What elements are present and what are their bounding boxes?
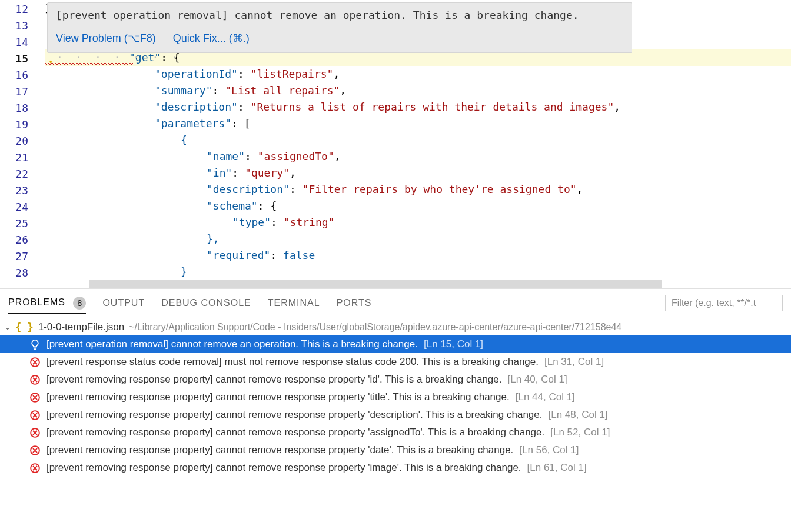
code-line[interactable]: "name": "assignedTo", (45, 148, 791, 165)
line-number: 16 (0, 67, 28, 84)
problem-message: [prevent removing response property] can… (46, 444, 513, 456)
code-line[interactable]: "summary": "List all repairs", (45, 82, 791, 99)
problems-file-row[interactable]: ⌄ { } 1-0-0-tempFile.json ~/Library/Appl… (0, 319, 791, 335)
code-line[interactable]: "required": false (45, 247, 791, 264)
problem-location: [Ln 31, Col 1] (544, 356, 604, 368)
lightbulb-icon (29, 339, 41, 350)
tab-output[interactable]: OUTPUT (102, 298, 145, 308)
problem-hover-message: [prevent operation removal] cannot remov… (56, 6, 623, 24)
code-line[interactable]: "in": "query", (45, 165, 791, 181)
code-line[interactable]: "type": "string" (45, 214, 791, 231)
error-squiggle (45, 63, 133, 65)
problem-message: [prevent removing response property] can… (46, 462, 521, 474)
editor-area: 1213141516171819202122232425262728 }✦"ge… (0, 0, 791, 288)
problem-message: [prevent removing response property] can… (46, 427, 544, 438)
error-icon (29, 445, 41, 456)
code-line[interactable]: }, (45, 231, 791, 247)
code-line[interactable]: "parameters": [ (45, 115, 791, 132)
problems-count-badge: 8 (73, 297, 86, 310)
error-icon (29, 463, 41, 474)
code-line[interactable]: } (45, 264, 791, 280)
error-icon (29, 374, 41, 385)
code-line[interactable]: "schema": { (45, 198, 791, 214)
bottom-panel: PROBLEMS 8 OUTPUT DEBUG CONSOLE TERMINAL… (0, 288, 791, 532)
json-file-icon: { } (15, 321, 34, 333)
line-number: 20 (0, 133, 28, 149)
code-line[interactable]: "operationId": "listRepairs", (45, 66, 791, 82)
problems-filter-input[interactable]: Filter (e.g. text, **/*.t (665, 295, 783, 311)
line-number: 13 (0, 18, 28, 34)
problem-row[interactable]: [prevent removing response property] can… (0, 424, 791, 441)
problem-location: [Ln 52, Col 1] (550, 427, 610, 438)
problem-row[interactable]: [prevent removing response property] can… (0, 371, 791, 388)
chevron-down-icon: ⌄ (5, 323, 11, 331)
problem-location: [Ln 40, Col 1] (507, 374, 567, 385)
problem-row[interactable]: [prevent operation removal] cannot remov… (0, 335, 791, 353)
problem-hover-popup: [prevent operation removal] cannot remov… (47, 2, 632, 53)
tab-problems-label: PROBLEMS (8, 297, 65, 307)
line-number: 15 (0, 51, 28, 67)
tab-problems[interactable]: PROBLEMS 8 (8, 297, 86, 314)
problem-message: [prevent response status code removal] m… (46, 356, 539, 368)
error-icon (29, 392, 41, 403)
line-number: 21 (0, 149, 28, 166)
code-line[interactable]: { (45, 132, 791, 148)
tab-terminal[interactable]: TERMINAL (268, 298, 320, 308)
code-column[interactable]: }✦"get": {"operationId": "listRepairs","… (45, 0, 791, 288)
problem-row[interactable]: [prevent response status code removal] m… (0, 353, 791, 371)
line-number: 26 (0, 232, 28, 248)
problem-message: [prevent removing response property] can… (46, 409, 542, 421)
code-line[interactable]: "description": "Filter repairs by who th… (45, 181, 791, 198)
problem-location: [Ln 48, Col 1] (548, 409, 607, 421)
tab-debug-console[interactable]: DEBUG CONSOLE (161, 298, 251, 308)
problem-location: [Ln 56, Col 1] (519, 444, 579, 456)
line-number: 22 (0, 166, 28, 182)
line-number: 19 (0, 117, 28, 133)
line-number: 17 (0, 84, 28, 100)
line-number: 24 (0, 199, 28, 215)
problem-message: [prevent operation removal] cannot remov… (46, 338, 418, 350)
line-number: 23 (0, 182, 28, 199)
code-line[interactable]: "description": "Returns a list of repair… (45, 99, 791, 115)
line-number: 18 (0, 100, 28, 117)
problem-row[interactable]: [prevent removing response property] can… (0, 388, 791, 406)
error-icon (29, 357, 41, 368)
problems-list: ⌄ { } 1-0-0-tempFile.json ~/Library/Appl… (0, 315, 791, 532)
line-number: 28 (0, 265, 28, 281)
problem-row[interactable]: [prevent removing response property] can… (0, 441, 791, 459)
problems-file-name: 1-0-0-tempFile.json (38, 321, 124, 333)
problem-row[interactable]: [prevent removing response property] can… (0, 459, 791, 477)
line-number: 27 (0, 248, 28, 265)
line-number-gutter: 1213141516171819202122232425262728 (0, 0, 45, 288)
problems-file-path: ~/Library/Application Support/Code - Ins… (129, 322, 622, 332)
line-number: 14 (0, 34, 28, 51)
horizontal-scrollbar[interactable] (89, 280, 662, 288)
problem-message: [prevent removing response property] can… (46, 391, 510, 403)
tab-ports[interactable]: PORTS (337, 298, 372, 308)
problem-location: [Ln 15, Col 1] (424, 338, 483, 350)
view-problem-link[interactable]: View Problem (⌥F8) (56, 32, 156, 44)
error-icon (29, 410, 41, 421)
line-number: 25 (0, 215, 28, 232)
problem-hover-actions: View Problem (⌥F8) Quick Fix... (⌘.) (56, 30, 623, 46)
line-number: 12 (0, 1, 28, 18)
problem-location: [Ln 61, Col 1] (527, 462, 587, 474)
quick-fix-link[interactable]: Quick Fix... (⌘.) (173, 32, 250, 44)
problem-message: [prevent removing response property] can… (46, 374, 501, 385)
error-icon (29, 427, 41, 438)
problem-location: [Ln 44, Col 1] (516, 391, 575, 403)
problem-row[interactable]: [prevent removing response property] can… (0, 406, 791, 424)
panel-tabs: PROBLEMS 8 OUTPUT DEBUG CONSOLE TERMINAL… (0, 289, 791, 315)
